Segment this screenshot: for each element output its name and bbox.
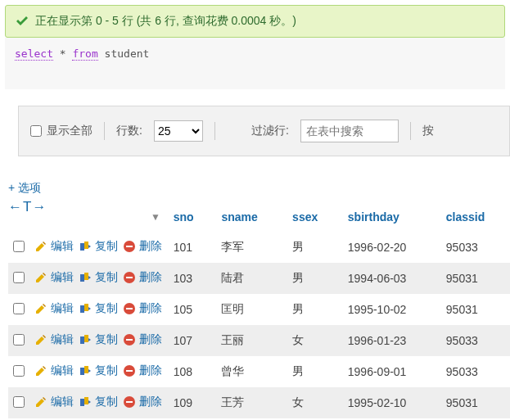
options-toggle[interactable]: + 选项 xyxy=(8,181,510,196)
edit-button[interactable]: 编辑 xyxy=(34,332,74,347)
column-modifier[interactable]: ←T→ xyxy=(8,199,47,215)
col-sbirthday[interactable]: sbirthday xyxy=(343,204,441,232)
copy-button[interactable]: 复制 xyxy=(79,239,118,254)
delete-button[interactable]: 删除 xyxy=(123,239,162,254)
show-all-control[interactable]: 显示全部 xyxy=(30,124,93,138)
col-sno[interactable]: sno xyxy=(169,204,217,232)
row-checkbox[interactable] xyxy=(13,334,25,345)
cell-classid: 95033 xyxy=(441,356,510,387)
svg-rect-19 xyxy=(126,370,133,372)
cell-classid: 95031 xyxy=(441,263,510,294)
copy-button[interactable]: 复制 xyxy=(79,301,118,316)
svg-rect-15 xyxy=(126,339,133,341)
cell-ssex: 男 xyxy=(287,232,343,263)
copy-icon xyxy=(79,395,92,409)
copy-icon xyxy=(79,240,92,253)
toolbar-sep-3 xyxy=(410,122,411,140)
table-row: 编辑 复制 删除101李军男1996-02-2095033 xyxy=(8,232,510,263)
cell-ssex: 女 xyxy=(287,387,343,418)
delete-icon xyxy=(123,364,136,377)
copy-icon xyxy=(79,364,92,377)
copy-label: 复制 xyxy=(95,301,118,316)
row-checkbox[interactable] xyxy=(13,365,25,377)
delete-label: 删除 xyxy=(139,239,162,254)
cell-sname: 曾华 xyxy=(216,356,287,387)
svg-rect-16 xyxy=(80,368,84,375)
query-box: select * from student xyxy=(5,38,505,89)
copy-label: 复制 xyxy=(95,270,118,285)
svg-rect-9 xyxy=(84,304,88,311)
filter-input[interactable] xyxy=(300,120,399,142)
svg-rect-8 xyxy=(80,305,84,313)
edit-button[interactable]: 编辑 xyxy=(34,364,74,378)
pencil-icon xyxy=(34,240,47,253)
success-text: 正在显示第 0 - 5 行 (共 6 行, 查询花费 0.0004 秒。) xyxy=(35,14,296,29)
delete-button[interactable]: 删除 xyxy=(123,395,162,409)
col-ssex[interactable]: ssex xyxy=(287,204,343,232)
show-all-checkbox[interactable] xyxy=(30,125,42,137)
sql-keyword-from: from xyxy=(72,47,97,61)
svg-rect-0 xyxy=(80,243,84,251)
copy-button[interactable]: 复制 xyxy=(79,270,118,285)
toolbar-sep-1 xyxy=(104,122,105,140)
svg-rect-23 xyxy=(126,401,133,403)
row-checkbox[interactable] xyxy=(13,272,25,283)
delete-icon xyxy=(123,302,136,315)
sql-table: student xyxy=(105,47,150,60)
delete-button[interactable]: 删除 xyxy=(123,270,162,285)
delete-button[interactable]: 删除 xyxy=(123,332,162,347)
copy-label: 复制 xyxy=(95,395,118,409)
edit-button[interactable]: 编辑 xyxy=(34,395,74,409)
cell-ssex: 男 xyxy=(287,294,343,325)
cell-sname: 李军 xyxy=(216,232,287,263)
copy-icon xyxy=(79,333,92,346)
cell-ssex: 男 xyxy=(287,263,343,294)
delete-button[interactable]: 删除 xyxy=(123,364,162,378)
delete-icon xyxy=(123,395,136,409)
row-checkbox[interactable] xyxy=(13,303,25,314)
svg-rect-13 xyxy=(84,335,88,342)
cell-sno: 101 xyxy=(169,232,217,263)
delete-button[interactable]: 删除 xyxy=(123,301,162,316)
copy-button[interactable]: 复制 xyxy=(79,332,118,347)
edit-button[interactable]: 编辑 xyxy=(34,239,74,254)
cell-sbirthday: 1994-06-03 xyxy=(343,263,441,294)
cell-sno: 105 xyxy=(169,294,217,325)
cell-sno: 109 xyxy=(169,387,217,418)
edit-label: 编辑 xyxy=(51,395,74,409)
copy-button[interactable]: 复制 xyxy=(79,395,118,409)
table-row: 编辑 复制 删除109王芳女1995-02-1095031 xyxy=(8,387,510,418)
edit-label: 编辑 xyxy=(51,239,74,254)
svg-rect-21 xyxy=(84,397,88,404)
cell-sbirthday: 1995-10-02 xyxy=(343,294,441,325)
edit-button[interactable]: 编辑 xyxy=(34,270,74,285)
filter-label: 过滤行: xyxy=(251,124,289,138)
results-table: ▼ sno sname ssex sbirthday classid 编辑 复制… xyxy=(8,204,510,418)
delete-icon xyxy=(123,271,136,284)
cell-classid: 95031 xyxy=(441,387,510,418)
row-checkbox[interactable] xyxy=(13,396,25,408)
pencil-icon xyxy=(34,364,47,377)
edit-label: 编辑 xyxy=(51,364,74,378)
pencil-icon xyxy=(34,395,47,409)
delete-icon xyxy=(123,240,136,253)
edit-button[interactable]: 编辑 xyxy=(34,301,74,316)
cell-classid: 95033 xyxy=(441,232,510,263)
cell-ssex: 女 xyxy=(287,325,343,356)
col-classid[interactable]: classid xyxy=(441,204,510,232)
copy-button[interactable]: 复制 xyxy=(79,364,118,378)
cell-classid: 95031 xyxy=(441,294,510,325)
rows-select[interactable]: 25 xyxy=(154,120,203,142)
svg-rect-17 xyxy=(84,366,88,373)
svg-rect-3 xyxy=(126,246,133,247)
cell-sbirthday: 1996-02-20 xyxy=(343,232,441,263)
sort-icon[interactable]: ▼ xyxy=(151,211,160,223)
pencil-icon xyxy=(34,302,47,315)
rows-label: 行数: xyxy=(116,124,142,138)
row-checkbox[interactable] xyxy=(13,241,25,252)
col-sname[interactable]: sname xyxy=(216,204,287,232)
table-row: 编辑 复制 删除107王丽女1996-01-2395033 xyxy=(8,325,510,356)
copy-icon xyxy=(79,302,92,315)
show-all-label: 显示全部 xyxy=(47,124,93,138)
edit-label: 编辑 xyxy=(51,270,74,285)
